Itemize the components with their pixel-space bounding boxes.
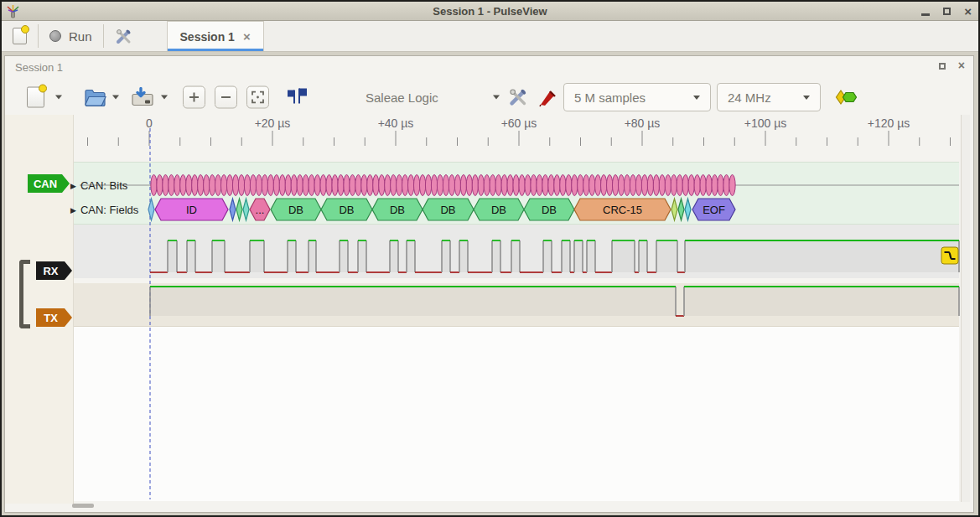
- add-decoder-button[interactable]: [835, 90, 858, 106]
- ruler-tick-label: +100 µs: [723, 116, 807, 130]
- session-close-button[interactable]: ×: [958, 62, 965, 70]
- sample-count-select[interactable]: 5 M samples: [563, 83, 711, 111]
- decoder-row-fields-label: CAN: Fields: [80, 204, 138, 216]
- minus-icon: [220, 92, 231, 103]
- chevron-down-icon: [493, 96, 500, 100]
- decoder-row-bits-label: CAN: Bits: [80, 179, 127, 192]
- vertical-scrollbar[interactable]: [961, 115, 970, 502]
- new-file-button[interactable]: [27, 87, 44, 108]
- zoom-out-button[interactable]: [215, 86, 237, 109]
- run-state-icon: [49, 30, 61, 42]
- sample-rate-value: 24 MHz: [728, 90, 771, 105]
- new-session-button[interactable]: [2, 21, 38, 51]
- configure-device-button[interactable]: [508, 87, 528, 107]
- fit-view-icon: [251, 91, 264, 104]
- app-window: Session 1 - PulseView × Run Session 1: [0, 0, 980, 517]
- tx-tag-label: TX: [44, 312, 58, 324]
- run-button-label: Run: [69, 29, 92, 44]
- chevron-down-icon: [55, 96, 62, 100]
- session-window-header[interactable]: Session 1 ×: [5, 56, 973, 78]
- decoder-row-background: [74, 162, 959, 225]
- expand-arrow-icon[interactable]: ▶: [70, 182, 76, 190]
- ruler-tick-label: +60 µs: [477, 116, 561, 130]
- session-window-title: Session 1: [15, 61, 63, 74]
- channels-button[interactable]: [538, 87, 558, 107]
- new-session-icon: [13, 28, 27, 44]
- tools-icon: [508, 87, 528, 107]
- save-dropdown[interactable]: [161, 96, 168, 100]
- ruler-tick-label: +80 µs: [600, 116, 684, 130]
- main-toolbar: Run Session 1 ×: [2, 21, 978, 52]
- tools-icon: [115, 28, 132, 45]
- channel-tag-tx[interactable]: TX: [36, 308, 72, 327]
- ruler-tick-label: +120 µs: [847, 116, 931, 130]
- save-button[interactable]: [131, 87, 154, 108]
- zoom-fit-button[interactable]: [246, 86, 269, 109]
- rx-row-background: [74, 225, 959, 278]
- ruler-tick-label: +20 µs: [231, 116, 314, 130]
- open-button[interactable]: [84, 88, 106, 107]
- decoder-tag-can[interactable]: CAN: [28, 174, 70, 193]
- new-file-icon: [27, 87, 44, 108]
- device-selector[interactable]: Saleae Logic: [366, 90, 500, 105]
- sample-count-value: 5 M samples: [574, 90, 646, 105]
- decoder-tag-label: CAN: [34, 178, 57, 190]
- session-tab-label: Session 1: [180, 30, 235, 44]
- ruler-tick-label: +40 µs: [354, 116, 438, 130]
- channel-tag-rx[interactable]: RX: [36, 261, 72, 280]
- session-toolbar: Saleae Logic 5 M samples: [5, 78, 973, 116]
- decoder-icon: [835, 90, 858, 106]
- minimize-button[interactable]: [921, 13, 930, 16]
- chevron-down-icon: [112, 96, 119, 100]
- session-tab[interactable]: Session 1 ×: [167, 21, 264, 51]
- show-markers-button[interactable]: [285, 88, 309, 107]
- flag-markers-icon: [285, 88, 309, 107]
- ruler-tick-label: 0: [107, 116, 191, 130]
- tab-close-icon[interactable]: ×: [243, 29, 251, 44]
- probe-icon: [538, 87, 558, 107]
- close-button[interactable]: ×: [964, 8, 972, 16]
- title-bar[interactable]: Session 1 - PulseView ×: [2, 2, 978, 21]
- new-file-dropdown[interactable]: [55, 96, 62, 100]
- window-title: Session 1 - PulseView: [2, 5, 978, 18]
- tx-row-background: [74, 283, 959, 327]
- save-icon: [131, 87, 154, 108]
- maximize-button[interactable]: [943, 8, 951, 15]
- rx-tag-label: RX: [43, 265, 58, 277]
- run-button[interactable]: Run: [39, 21, 103, 51]
- zoom-in-button[interactable]: [183, 86, 205, 109]
- decoder-row-fields[interactable]: ▶ CAN: Fields: [70, 204, 138, 216]
- open-dropdown[interactable]: [112, 96, 119, 100]
- expand-arrow-icon[interactable]: ▶: [70, 206, 76, 215]
- chevron-down-icon: [693, 96, 700, 100]
- open-folder-icon: [84, 88, 106, 107]
- trace-view[interactable]: [74, 115, 959, 501]
- channel-group-bracket: [19, 260, 30, 328]
- settings-button[interactable]: [104, 21, 143, 51]
- chevron-down-icon: [803, 96, 810, 100]
- session-restore-button[interactable]: [939, 63, 946, 70]
- decoder-row-bits[interactable]: ▶ CAN: Bits: [70, 179, 127, 192]
- sample-rate-select[interactable]: 24 MHz: [717, 83, 821, 111]
- plus-icon: [189, 92, 200, 103]
- pulseview-logo-icon: [6, 4, 20, 18]
- chevron-down-icon: [161, 96, 168, 100]
- device-name-label: Saleae Logic: [366, 90, 438, 105]
- horizontal-scrollbar-thumb[interactable]: [72, 504, 94, 508]
- ruler-labels: 0+20 µs+40 µs+60 µs+80 µs+100 µs+120 µs: [0, 116, 980, 130]
